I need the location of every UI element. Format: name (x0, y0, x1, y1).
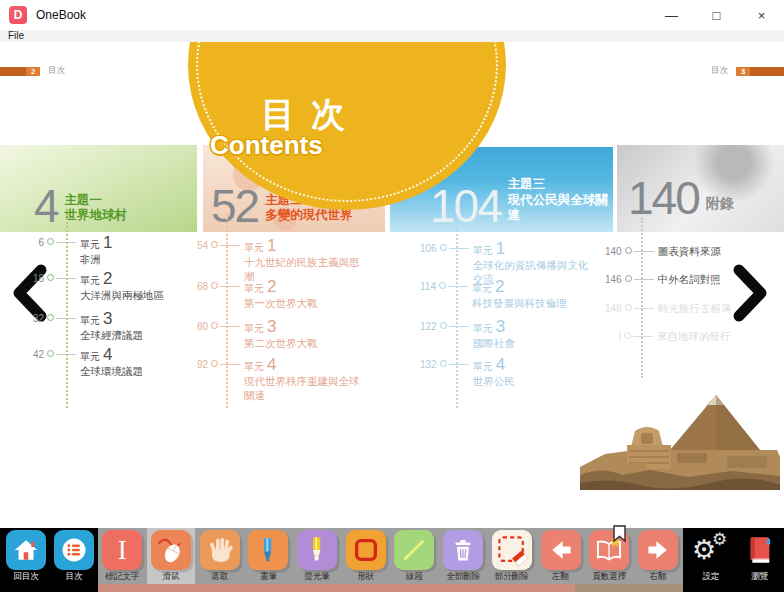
toc-item[interactable]: 114單元2科技發展與科技倫理 (420, 278, 590, 311)
toc-item-connector (56, 354, 76, 355)
toc-item-page-number: 132 (420, 356, 437, 370)
partial-erase-icon (492, 530, 532, 570)
toc-item[interactable]: 92單元4現代世界秩序重建與全球關連 (192, 356, 362, 402)
tool-label: 形狀 (357, 571, 374, 583)
unit-prefix: 單元 (80, 240, 100, 250)
toc-item[interactable]: 42單元4全球環境議題 (28, 346, 198, 379)
unit-prefix: 單元 (80, 352, 100, 362)
arrow-left-icon (541, 530, 581, 570)
theme-number: 52 (211, 187, 258, 226)
tool-label: 選取 (211, 571, 228, 583)
theme-number: 104 (430, 187, 501, 226)
tool-label: 全部刪除 (446, 571, 480, 583)
toc-item[interactable]: 6單元1非洲 (28, 234, 198, 267)
unit-prefix: 單元 (244, 362, 264, 372)
tool-gear[interactable]: ⚙⚙設定 (687, 528, 736, 584)
tool-label: 目次 (66, 571, 83, 583)
tool-home[interactable]: 回目次 (2, 528, 50, 584)
title-bar: D OneBook — □ × (0, 0, 784, 30)
close-button[interactable]: × (739, 0, 784, 30)
theme-block-1: 4 主題一世界地球村 (0, 145, 197, 232)
toc-item-marker-icon (625, 304, 632, 311)
tool-label: 左翻 (552, 571, 569, 583)
toc-item-page-number: 114 (420, 278, 436, 292)
toc-item-title: 中外名詞對照 (658, 273, 776, 287)
tool-text-mark[interactable]: I標記文字 (98, 528, 147, 584)
gear-icon: ⚙⚙ (691, 530, 731, 570)
tool-toc-list[interactable]: 目次 (50, 528, 98, 584)
toc-item-marker-icon (211, 241, 218, 248)
toc-item-connector (220, 364, 240, 365)
toc-item[interactable]: 54單元1十九世紀的民族主義與思潮 (192, 237, 362, 283)
tool-highlighter[interactable]: 螢光筆 (293, 528, 342, 584)
tool-mouse[interactable]: 滑鼠 (147, 528, 196, 584)
toc-item-page-number: 106 (420, 240, 437, 254)
toolbar-accent-strip (98, 584, 683, 592)
toc-item-text: 單元4現代世界秩序重建與全球關連 (244, 356, 362, 402)
toc-item[interactable]: I來自地球的發行 (605, 328, 775, 344)
toc-item-marker-icon (440, 322, 447, 329)
toc-item-page-number: 92 (192, 356, 208, 370)
tool-partial-erase[interactable]: 部分刪除 (488, 528, 537, 584)
toc-item-title: 第一次世界大戰 (244, 297, 362, 311)
toc-item-connector (220, 245, 240, 246)
tool-arrow-right[interactable]: 右翻 (634, 528, 683, 584)
tool-open-book[interactable]: 頁數選擇 (585, 528, 634, 584)
home-icon (6, 530, 46, 570)
tool-shape[interactable]: 形狀 (341, 528, 390, 584)
window-controls: — □ × (649, 0, 784, 30)
toc-item-text: 單元2第一次世界大戰 (244, 278, 362, 311)
toc-item-text: 時光旅行去相簿 (658, 300, 776, 316)
tool-label: 右翻 (649, 571, 666, 583)
toc-item-text: 單元4全球環境議題 (80, 346, 198, 379)
toc-item-marker-icon (625, 247, 632, 254)
page-number-left: 2 (26, 67, 40, 76)
minimize-button[interactable]: — (649, 0, 694, 30)
tool-line[interactable]: 線段 (390, 528, 439, 584)
toc-item-unit-label: 單元2 (80, 270, 198, 287)
toc-item-title: 世界公民 (473, 375, 591, 389)
toc-item[interactable]: 122單元3國際社會 (420, 318, 590, 351)
unit-number: 4 (103, 346, 112, 363)
toc-item-connector (56, 242, 76, 243)
toc-item-unit-label: 單元3 (473, 318, 591, 335)
tool-trash[interactable]: 全部刪除 (439, 528, 488, 584)
toc-item[interactable]: 132單元4世界公民 (420, 356, 590, 389)
unit-number: 2 (103, 270, 112, 287)
unit-prefix: 單元 (244, 284, 264, 294)
maximize-button[interactable]: □ (694, 0, 739, 30)
toc-item[interactable]: 18單元2大洋洲與兩極地區 (28, 270, 198, 303)
toc-item[interactable]: 146中外名詞對照 (605, 271, 775, 287)
menu-file[interactable]: File (0, 30, 24, 42)
trash-icon (443, 530, 483, 570)
tool-pen[interactable]: 畫筆 (244, 528, 293, 584)
toc-item[interactable]: 148時光旅行去相簿 (605, 300, 775, 316)
unit-number: 4 (267, 356, 276, 373)
toc-item[interactable]: 32單元3全球經濟議題 (28, 310, 198, 343)
toc-item[interactable]: 140圖表資料來源 (605, 243, 775, 259)
toc-item-connector (56, 318, 76, 319)
onebook-window: D OneBook — □ × File 4 主題一世界地球村 52 主題二多變… (0, 0, 784, 592)
toc-item-page-number: 18 (28, 270, 44, 284)
toc-item-title: 國際社會 (473, 337, 591, 351)
toc-item[interactable]: 68單元2第一次世界大戰 (192, 278, 362, 311)
text-mark-icon: I (102, 530, 142, 570)
toc-item-title: 第二次世界大戰 (244, 337, 362, 351)
unit-number: 2 (267, 278, 276, 295)
toc-item-text: 來自地球的發行 (657, 328, 775, 344)
contents-title-en: Contents (210, 130, 323, 161)
onebook-logo-icon: D (9, 6, 27, 24)
toc-item-marker-icon (624, 332, 631, 339)
tool-red-book[interactable]: 瀏覽 (735, 528, 784, 584)
tool-label: 畫筆 (260, 571, 277, 583)
tool-arrow-left[interactable]: 左翻 (536, 528, 585, 584)
toc-item-text: 單元2科技發展與科技倫理 (472, 278, 590, 311)
tool-label: 部分刪除 (495, 571, 529, 583)
highlighter-icon (297, 530, 337, 570)
toolbar-panel: I標記文字滑鼠選取畫筆螢光筆形狀線段全部刪除部分刪除左翻頁數選擇右翻 (98, 528, 677, 592)
toc-item-title: 大洋洲與兩極地區 (80, 289, 198, 303)
toc-item[interactable]: 80單元3第二次世界大戰 (192, 318, 362, 351)
toc-item-connector (633, 336, 653, 337)
page-tab-label: 目次 (48, 65, 65, 77)
tool-hand[interactable]: 選取 (195, 528, 244, 584)
